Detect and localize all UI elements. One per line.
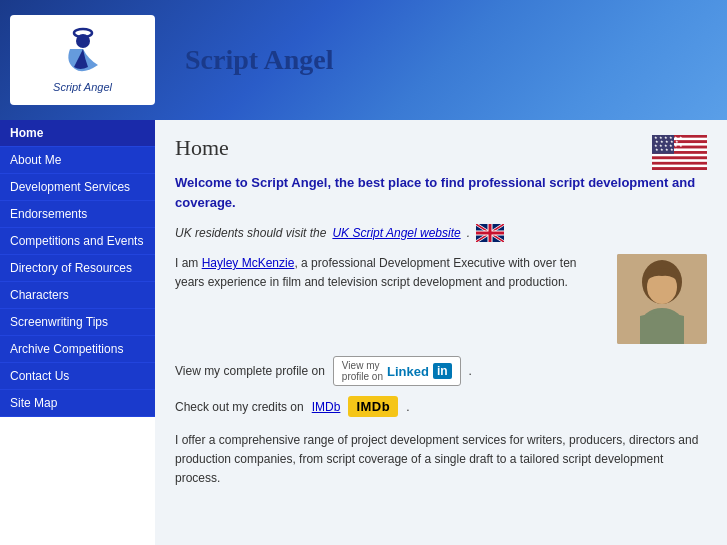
linkedin-prefix: View my complete profile on — [175, 364, 325, 378]
header: Script Angel Script Angel — [0, 0, 727, 120]
svg-text:★ ★ ★ ★ ★: ★ ★ ★ ★ ★ — [655, 147, 679, 152]
imdb-button[interactable]: IMDb — [348, 396, 398, 417]
main-content: ★ ★ ★ ★ ★ ★ ★ ★ ★ ★ ★ ★ ★ ★ ★ ★ ★ ★ ★ ★ … — [155, 120, 727, 545]
imdb-suffix: . — [406, 400, 409, 414]
sidebar-item-archive[interactable]: Archive Competitions — [0, 336, 155, 363]
svg-rect-12 — [652, 162, 707, 165]
sidebar-item-sitemap[interactable]: Site Map — [0, 390, 155, 417]
linkedin-suffix: . — [469, 364, 472, 378]
uk-line: UK residents should visit the UK Script … — [175, 224, 707, 242]
linkedin-brand: Linked — [387, 364, 429, 379]
layout: Home About Me Development Services Endor… — [0, 120, 727, 545]
profile-photo — [617, 254, 707, 344]
uk-prefix: UK residents should visit the — [175, 226, 326, 240]
linkedin-btn-text: View myprofile on — [342, 360, 383, 382]
logo-icon — [60, 27, 106, 79]
imdb-section: Check out my credits on IMDb IMDb . — [175, 396, 707, 417]
logo-text: Script Angel — [53, 81, 112, 93]
bio-prefix: I am — [175, 256, 202, 270]
sidebar-item-competitions[interactable]: Competitions and Events — [0, 228, 155, 255]
sidebar-item-endorsements[interactable]: Endorsements — [0, 201, 155, 228]
svg-rect-9 — [652, 154, 707, 157]
linkedin-button[interactable]: View myprofile on Linked in — [333, 356, 461, 386]
sidebar-item-screenwriting-tips[interactable]: Screenwriting Tips — [0, 309, 155, 336]
sidebar-item-directory[interactable]: Directory of Resources — [0, 255, 155, 282]
svg-rect-13 — [652, 165, 707, 168]
page-title: Home — [175, 135, 707, 161]
svg-rect-10 — [652, 157, 707, 160]
sidebar-item-about-me[interactable]: About Me — [0, 147, 155, 174]
sidebar-item-characters[interactable]: Characters — [0, 282, 155, 309]
svg-rect-11 — [652, 159, 707, 162]
bio-text: I am Hayley McKenzie, a professional Dev… — [175, 254, 602, 344]
imdb-brand: IMDb — [356, 399, 390, 414]
linkedin-section: View my complete profile on View myprofi… — [175, 356, 707, 386]
sidebar-item-home[interactable]: Home — [0, 120, 155, 147]
uk-flag-icon — [476, 224, 504, 242]
site-title: Script Angel — [185, 44, 334, 76]
us-flag-icon: ★ ★ ★ ★ ★ ★ ★ ★ ★ ★ ★ ★ ★ ★ ★ ★ ★ ★ ★ ★ … — [652, 135, 707, 170]
imdb-prefix: Check out my credits on — [175, 400, 304, 414]
svg-rect-14 — [652, 167, 707, 170]
profile-photo-img — [617, 254, 707, 344]
sidebar-item-development-services[interactable]: Development Services — [0, 174, 155, 201]
uk-link[interactable]: UK Script Angel website — [332, 226, 460, 240]
bio-section: I am Hayley McKenzie, a professional Dev… — [175, 254, 707, 344]
svg-point-1 — [76, 34, 90, 48]
sidebar-nav: Home About Me Development Services Endor… — [0, 120, 155, 545]
logo-svg: Script Angel — [53, 27, 112, 93]
imdb-link[interactable]: IMDb — [312, 400, 341, 414]
bottom-text: I offer a comprehensive range of project… — [175, 431, 707, 489]
welcome-text: Welcome to Script Angel, the best place … — [175, 173, 707, 212]
logo-box: Script Angel — [10, 15, 155, 105]
uk-suffix: . — [467, 226, 470, 240]
linkedin-in: in — [433, 363, 452, 379]
sidebar-item-contact[interactable]: Contact Us — [0, 363, 155, 390]
bio-link[interactable]: Hayley McKenzie — [202, 256, 295, 270]
